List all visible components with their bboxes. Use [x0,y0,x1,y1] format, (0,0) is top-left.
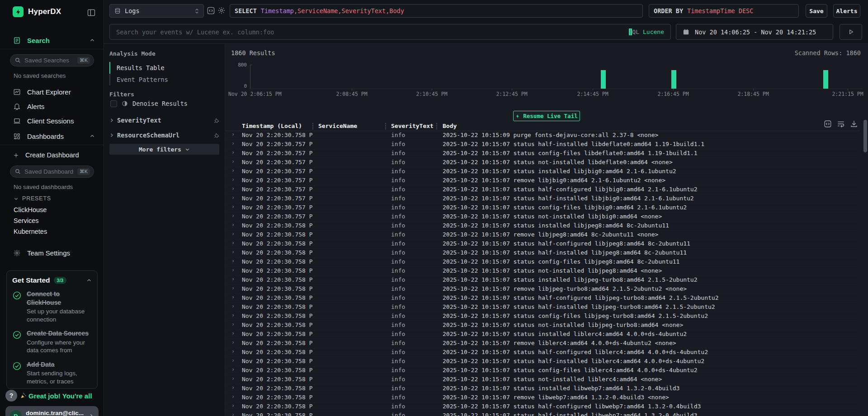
expand-row-icon[interactable]: › [231,411,235,416]
expand-row-icon[interactable]: › [231,249,235,255]
expand-row-icon[interactable]: › [231,222,235,228]
select-clause-input[interactable]: SELECT Timestamp,ServiceName,SeverityTex… [230,4,643,18]
column-resize-handle[interactable] [436,123,437,129]
expand-row-icon[interactable]: › [231,185,235,192]
column-resize-handle[interactable] [385,123,386,129]
table-row[interactable]: ›Nov 20 2:20:30.758 PMinfo2025-10-22 10:… [225,330,860,339]
get-started-step[interactable]: Connect to ClickHouse Set up your databa… [12,290,92,323]
table-row[interactable]: ›Nov 20 2:20:30.758 PMinfo2025-10-22 10:… [225,267,860,276]
denoise-checkbox[interactable] [110,100,117,107]
table-row[interactable]: ›Nov 20 2:20:30.757 PMinfo2025-10-22 10:… [225,176,860,185]
mode-event-patterns[interactable]: Event Patterns [109,74,218,85]
mode-results-table[interactable]: Results Table [109,62,218,74]
sidebar-item-alerts[interactable]: Alerts [0,99,104,113]
table-row[interactable]: ›Nov 20 2:20:30.758 PMinfo2025-10-22 10:… [225,231,860,240]
histogram-bar[interactable] [601,70,606,89]
table-row[interactable]: ›Nov 20 2:20:30.758 PMinfo2025-10-22 10:… [225,249,860,258]
user-menu[interactable]: D dominic.tran@clic... dominic.tran@clic… [5,406,99,416]
expand-row-icon[interactable]: › [231,294,235,300]
expand-row-icon[interactable]: › [231,285,235,291]
denoise-results-toggle[interactable]: Denoise Results [110,100,188,107]
table-row[interactable]: ›Nov 20 2:20:30.758 PMinfo2025-10-22 10:… [225,294,860,303]
table-row[interactable]: ›Nov 20 2:20:30.758 PMinfo2025-10-22 10:… [225,339,860,348]
expand-row-icon[interactable]: › [231,240,235,246]
event-search-input[interactable]: Search your events w/ Lucene ex. column:… [109,24,671,40]
expand-row-icon[interactable]: › [231,321,235,327]
language-lucene[interactable]: Lucene [643,28,664,35]
table-row[interactable]: ›Nov 20 2:20:30.758 PMinfo2025-10-22 10:… [225,375,860,384]
expand-row-icon[interactable]: › [231,384,235,391]
table-row[interactable]: ›Nov 20 2:20:30.758 PMinfo2025-10-22 10:… [225,312,860,321]
presets-header[interactable]: PRESETS [14,195,51,202]
run-query-button[interactable] [840,24,862,40]
expand-row-icon[interactable]: › [231,312,235,318]
table-row[interactable]: ›Nov 20 2:20:30.758 PMinfo2025-10-22 10:… [225,384,860,393]
expand-row-icon[interactable]: › [231,149,235,156]
expand-row-icon[interactable]: › [231,357,235,364]
expand-row-icon[interactable]: › [231,203,235,210]
get-started-step[interactable]: Add Data Start sending logs, metrics, or… [12,360,92,386]
table-row[interactable]: ›Nov 20 2:20:30.758 PMinfo2025-10-22 10:… [225,402,860,411]
pin-icon[interactable] [214,132,220,138]
table-row[interactable]: ›Nov 20 2:20:30.758 PMinfo2025-10-22 10:… [225,276,860,285]
expand-row-icon[interactable]: › [231,366,235,373]
table-row[interactable]: ›Nov 20 2:20:30.758 PMinfo2025-10-22 10:… [225,222,860,231]
table-row[interactable]: ›Nov 20 2:20:30.758 PMinfo2025-10-22 10:… [225,357,860,366]
filter-group-severitytext[interactable]: SeverityText [109,115,220,125]
col-body[interactable]: Body [443,123,457,129]
table-row[interactable]: ›Nov 20 2:20:30.758 PMinfo2025-10-22 10:… [225,303,860,312]
expand-row-icon[interactable]: › [231,158,235,165]
sidebar-item-dashboards[interactable]: Dashboards [0,129,104,143]
saved-searches-input[interactable]: Saved Searches ⌘K [10,54,94,66]
table-row[interactable]: ›Nov 20 2:20:30.758 PMinfo2025-10-22 10:… [225,131,860,140]
date-range-picker[interactable]: Nov 20 14:06:25 - Nov 20 14:21:25 [676,24,833,40]
more-filters-button[interactable]: More filters [109,144,219,155]
column-resize-handle[interactable] [312,123,313,129]
table-row[interactable]: ›Nov 20 2:20:30.758 PMinfo2025-10-22 10:… [225,393,860,402]
table-row[interactable]: ›Nov 20 2:20:30.757 PMinfo2025-10-22 10:… [225,149,860,158]
filter-group-resourceschemaurl[interactable]: ResourceSchemaUrl [109,130,220,140]
table-row[interactable]: ›Nov 20 2:20:30.758 PMinfo2025-10-22 10:… [225,321,860,330]
table-row[interactable]: ›Nov 20 2:20:30.758 PMinfo2025-10-22 10:… [225,348,860,357]
expand-row-icon[interactable]: › [231,140,235,147]
order-by-input[interactable]: ORDER BY TimestampTime DESC [649,4,799,18]
sidebar-item-search[interactable]: Search [0,33,104,47]
expand-row-icon[interactable]: › [231,330,235,336]
expand-row-icon[interactable]: › [231,231,235,237]
col-severitytext[interactable]: SeverityText [391,123,434,129]
table-row[interactable]: ›Nov 20 2:20:30.758 PMinfo2025-10-22 10:… [225,366,860,375]
source-select[interactable]: Logs [109,4,204,18]
expand-row-icon[interactable]: › [231,176,235,183]
scrollbar-thumb[interactable] [863,120,867,152]
get-started-step[interactable]: Create Data Sources Configure where your… [12,329,92,355]
expand-row-icon[interactable]: › [231,348,235,355]
sidebar-item-client-sessions[interactable]: Client Sessions [0,114,104,128]
help-button[interactable]: ? [5,390,17,402]
table-row[interactable]: ›Nov 20 2:20:30.757 PMinfo2025-10-22 10:… [225,194,860,203]
language-toggle[interactable]: SQL | Lucene [629,28,664,35]
table-row[interactable]: ›Nov 20 2:20:30.757 PMinfo2025-10-22 10:… [225,167,860,176]
expand-row-icon[interactable]: › [231,213,235,219]
table-row[interactable]: ›Nov 20 2:20:30.757 PMinfo2025-10-22 10:… [225,185,860,194]
preset-item-clickhouse[interactable]: ClickHouse [14,204,47,215]
expand-row-icon[interactable]: › [231,258,235,264]
logo[interactable]: HyperDX [13,6,61,17]
expand-row-icon[interactable]: › [231,131,235,137]
sidebar-item-chart-explorer[interactable]: Chart Explorer [0,85,104,99]
table-row[interactable]: ›Nov 20 2:20:30.757 PMinfo2025-10-22 10:… [225,158,860,167]
table-row[interactable]: ›Nov 20 2:20:30.758 PMinfo2025-10-22 10:… [225,285,860,294]
expand-row-icon[interactable]: › [231,267,235,273]
save-button[interactable]: Save [806,4,827,18]
expand-row-icon[interactable]: › [231,167,235,174]
expand-row-icon[interactable]: › [231,393,235,400]
table-row[interactable]: ›Nov 20 2:20:30.757 PMinfo2025-10-22 10:… [225,140,860,149]
histogram-bar[interactable] [823,70,828,89]
preset-item-kubernetes[interactable]: Kubernetes [14,226,47,237]
saved-dashboards-input[interactable]: Saved Dashboards ⌘K [10,165,94,178]
sidebar-item-team-settings[interactable]: Team Settings [0,246,104,260]
table-scrollbar[interactable] [863,120,867,416]
col-servicename[interactable]: ServiceName [318,123,357,129]
expand-row-icon[interactable]: › [231,194,235,201]
table-row[interactable]: ›Nov 20 2:20:30.757 PMinfo2025-10-22 10:… [225,213,860,222]
histogram-bar[interactable] [671,70,676,89]
